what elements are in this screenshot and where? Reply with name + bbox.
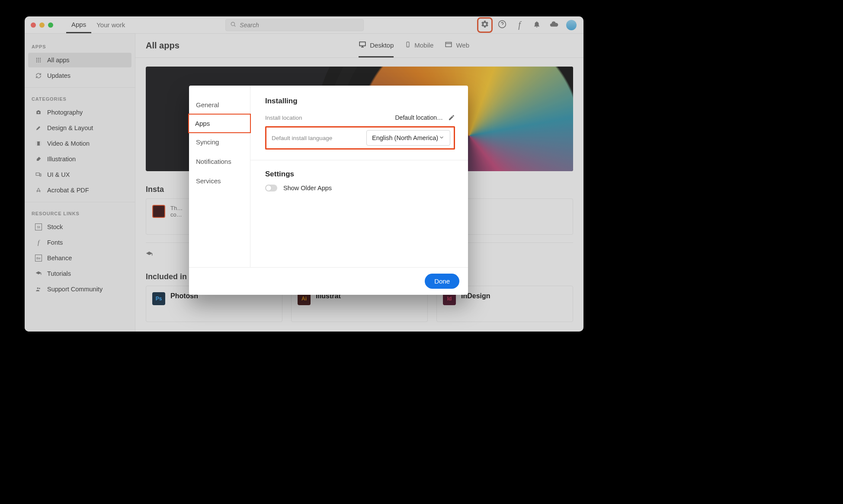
show-older-label: Show Older Apps [283, 185, 332, 191]
pencil-icon [448, 115, 455, 122]
install-location-value: Default location… [395, 114, 443, 121]
install-location-label: Install location [265, 115, 302, 121]
modal-body: General Apps Syncing Notifications Servi… [189, 86, 468, 267]
install-location-row: Install location Default location… [265, 112, 455, 124]
language-select[interactable]: English (North America) [366, 130, 450, 146]
modal-tab-syncing[interactable]: Syncing [189, 132, 250, 152]
modal-sidebar: General Apps Syncing Notifications Servi… [189, 86, 250, 267]
modal-footer: Done [189, 267, 468, 295]
preferences-modal: General Apps Syncing Notifications Servi… [189, 86, 468, 295]
modal-tab-services[interactable]: Services [189, 171, 250, 191]
show-older-row: Show Older Apps [265, 185, 455, 191]
installing-heading: Installing [265, 97, 455, 105]
chevron-down-icon [439, 134, 445, 142]
show-older-toggle[interactable] [265, 185, 277, 191]
modal-tab-apps[interactable]: Apps [188, 114, 251, 133]
edit-location-button[interactable] [448, 114, 455, 121]
app-window: Apps Your work f [25, 16, 583, 332]
default-language-row: Default install language English (North … [265, 126, 455, 150]
modal-main: Installing Install location Default loca… [250, 86, 468, 267]
done-button[interactable]: Done [425, 274, 459, 289]
default-language-label: Default install language [272, 135, 332, 141]
settings-heading: Settings [265, 170, 455, 179]
modal-tab-notifications[interactable]: Notifications [189, 152, 250, 171]
language-value: English (North America) [372, 134, 438, 141]
modal-tab-general[interactable]: General [189, 95, 250, 115]
